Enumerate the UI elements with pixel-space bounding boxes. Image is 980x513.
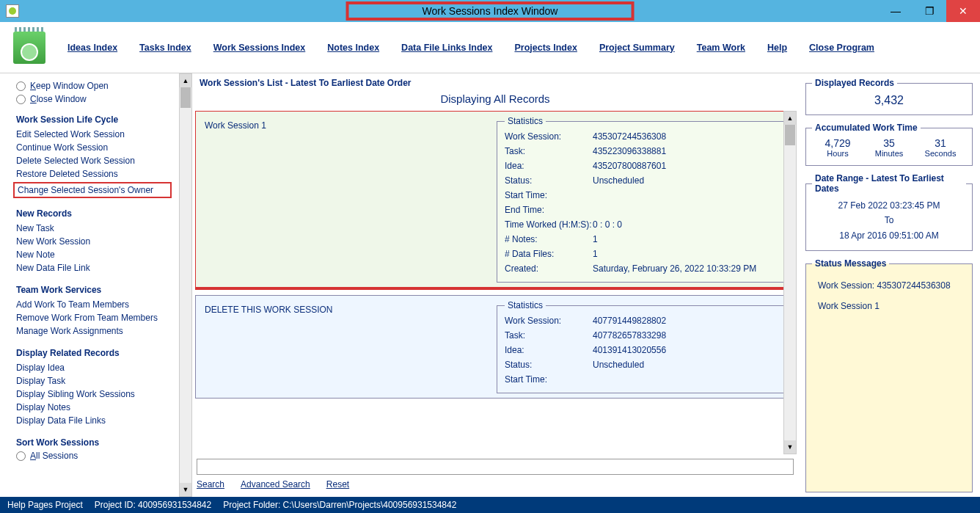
status-messages-legend: Status Messages bbox=[812, 258, 889, 269]
scroll-up-icon[interactable]: ▲ bbox=[784, 112, 796, 125]
stat-value-status: Unscheduled bbox=[593, 360, 782, 370]
scroll-thumb[interactable] bbox=[785, 125, 795, 145]
status-messages-box: Status Messages Work Session: 4353072445… bbox=[805, 258, 973, 492]
sidebar-edit-selected[interactable]: Edit Selected Work Session bbox=[16, 128, 169, 141]
stat-value-task: 407782657833298 bbox=[593, 330, 782, 341]
stat-value-ws: 407791449828802 bbox=[593, 316, 782, 326]
menu-project-summary[interactable]: Project Summary bbox=[599, 43, 675, 53]
record-title: Work Session 1 bbox=[200, 116, 491, 283]
status-message-2: Work Session 1 bbox=[818, 301, 960, 311]
date-range-box: Date Range - Latest To Earliest Dates 27… bbox=[805, 173, 973, 251]
reset-link[interactable]: Reset bbox=[326, 479, 349, 490]
stat-label-timeworked: Time Worked (H:M:S): bbox=[505, 219, 593, 230]
sidebar-new-ws[interactable]: New Work Session bbox=[16, 235, 169, 248]
radio-keep-window-open-label: Keep Window Open bbox=[30, 81, 109, 91]
app-icon bbox=[6, 4, 19, 18]
date-range-from: 27 Feb 2022 03:23:45 PM bbox=[812, 198, 966, 213]
records-list: Work Session 1 Statistics Work Session:4… bbox=[195, 111, 795, 454]
list-header: Displaying All Records bbox=[195, 92, 795, 105]
sidebar-display-siblings[interactable]: Display Sibling Work Sessions bbox=[16, 388, 169, 401]
window-title: Work Sessions Index Window bbox=[346, 1, 635, 21]
sidebar-scrollbar[interactable]: ▲ ▼ bbox=[179, 73, 192, 497]
minimize-button[interactable]: — bbox=[879, 0, 913, 22]
stat-label-idea: Idea: bbox=[505, 161, 593, 171]
stat-label-end: End Time: bbox=[505, 205, 593, 215]
record-stats: Statistics Work Session:407791449828802 … bbox=[497, 300, 790, 393]
close-button[interactable]: ✕ bbox=[946, 0, 980, 22]
sidebar-display-idea[interactable]: Display Idea bbox=[16, 361, 169, 374]
sidebar-delete-selected[interactable]: Delete Selected Work Session bbox=[16, 154, 169, 167]
sidebar-manage-assign[interactable]: Manage Work Assignments bbox=[16, 324, 169, 338]
accum-sec: 31 bbox=[915, 137, 966, 149]
radio-all-sessions-label: All Sessions bbox=[30, 451, 78, 461]
stat-value-created: Saturday, February 26, 2022 10:33:29 PM bbox=[593, 263, 782, 274]
radio-keep-window-open[interactable]: Keep Window Open bbox=[16, 81, 169, 91]
scroll-down-icon[interactable]: ▼ bbox=[180, 483, 191, 496]
title-bar: Work Sessions Index Window — ❐ ✕ bbox=[0, 0, 980, 22]
sidebar-heading-new: New Records bbox=[16, 208, 169, 219]
record-card[interactable]: Work Session 1 Statistics Work Session:4… bbox=[195, 111, 795, 288]
displayed-records-count: 3,432 bbox=[812, 92, 966, 107]
search-input[interactable] bbox=[197, 459, 794, 475]
accum-min-cap: Minutes bbox=[863, 149, 915, 158]
menu-notes-index[interactable]: Notes Index bbox=[327, 43, 379, 53]
date-range-legend: Date Range - Latest To Earliest Dates bbox=[812, 173, 966, 194]
status-bar: Help Pages Project Project ID: 400956931… bbox=[0, 497, 980, 513]
stat-value-ws: 435307244536308 bbox=[593, 131, 782, 142]
menu-data-file-links-index[interactable]: Data File Links Index bbox=[401, 43, 492, 53]
stat-label-status: Status: bbox=[505, 360, 593, 370]
menu-team-work[interactable]: Team Work bbox=[697, 43, 745, 53]
maximize-button[interactable]: ❐ bbox=[913, 0, 946, 22]
radio-all-sessions[interactable]: All Sessions bbox=[16, 451, 169, 461]
scroll-up-icon[interactable]: ▲ bbox=[180, 74, 191, 87]
menu-tasks-index[interactable]: Tasks Index bbox=[139, 43, 191, 53]
record-card[interactable]: DELETE THIS WORK SESSION Statistics Work… bbox=[195, 295, 795, 399]
stat-label-created: Created: bbox=[505, 263, 593, 274]
sidebar-heading-sort: Sort Work Sessions bbox=[16, 437, 169, 448]
sidebar-restore-deleted[interactable]: Restore Deleted Sessions bbox=[16, 167, 169, 181]
displayed-records-box: Displayed Records 3,432 bbox=[805, 78, 973, 115]
sidebar-display-dfl[interactable]: Display Data File Links bbox=[16, 414, 169, 427]
menu-help[interactable]: Help bbox=[767, 43, 787, 53]
menu-close-program[interactable]: Close Program bbox=[809, 43, 874, 53]
sidebar-new-dfl[interactable]: New Data File Link bbox=[16, 261, 169, 274]
sidebar-heading-related: Display Related Records bbox=[16, 348, 169, 358]
sidebar-display-task[interactable]: Display Task bbox=[16, 374, 169, 388]
footer-help-project: Help Pages Project bbox=[7, 500, 83, 510]
accum-hours-cap: Hours bbox=[812, 149, 863, 158]
accumulated-time-legend: Accumulated Work Time bbox=[812, 123, 921, 133]
sidebar-continue-ws[interactable]: Continue Work Session bbox=[16, 141, 169, 154]
search-link[interactable]: Search bbox=[197, 479, 224, 490]
sidebar-new-note[interactable]: New Note bbox=[16, 248, 169, 261]
date-range-to: 18 Apr 2016 09:51:00 AM bbox=[812, 228, 966, 243]
scroll-thumb[interactable] bbox=[180, 87, 191, 108]
sidebar-remove-team[interactable]: Remove Work From Team Members bbox=[16, 311, 169, 324]
sidebar-new-task[interactable]: New Task bbox=[16, 222, 169, 235]
footer-project-folder: Project Folder: C:\Users\Darren\Projects… bbox=[223, 500, 456, 510]
stat-label-task: Task: bbox=[505, 330, 593, 341]
accum-hours: 4,729 bbox=[812, 137, 863, 149]
sidebar-display-notes[interactable]: Display Notes bbox=[16, 401, 169, 414]
accumulated-time-box: Accumulated Work Time 4,729Hours 35Minut… bbox=[805, 123, 973, 166]
accum-sec-cap: Seconds bbox=[915, 149, 966, 158]
menu-projects-index[interactable]: Projects Index bbox=[514, 43, 577, 53]
list-title: Work Session's List - Latest To Earliest… bbox=[195, 76, 795, 92]
radio-close-window[interactable]: Close Window bbox=[16, 94, 169, 104]
record-stats: Statistics Work Session:435307244536308 … bbox=[497, 116, 790, 283]
menu-bar: Ideas Index Tasks Index Work Sessions In… bbox=[0, 22, 980, 73]
center-panel: Work Session's List - Latest To Earliest… bbox=[192, 73, 801, 497]
advanced-search-link[interactable]: Advanced Search bbox=[241, 479, 310, 490]
stat-label-start: Start Time: bbox=[505, 190, 593, 200]
stat-label-ws: Work Session: bbox=[505, 316, 593, 326]
stat-value-timeworked: 0 : 0 : 0 bbox=[593, 219, 782, 230]
radio-close-window-label: Close Window bbox=[30, 94, 87, 104]
menu-work-sessions-index[interactable]: Work Sessions Index bbox=[213, 43, 306, 53]
stat-label-status: Status: bbox=[505, 175, 593, 186]
menu-ideas-index[interactable]: Ideas Index bbox=[67, 43, 117, 53]
records-scrollbar[interactable]: ▲ ▼ bbox=[783, 111, 797, 454]
main: Keep Window Open Close Window Work Sessi… bbox=[0, 73, 980, 497]
sidebar-add-team[interactable]: Add Work To Team Members bbox=[16, 298, 169, 311]
sidebar: Keep Window Open Close Window Work Sessi… bbox=[0, 73, 179, 497]
sidebar-change-owner[interactable]: Change Selected Session's Owner bbox=[13, 182, 172, 198]
scroll-down-icon[interactable]: ▼ bbox=[784, 440, 796, 454]
